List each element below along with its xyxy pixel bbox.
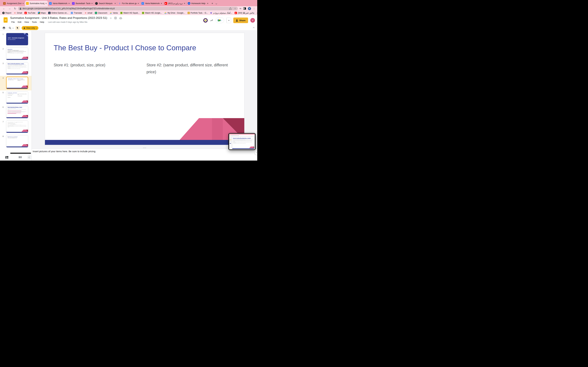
bookmark-email[interactable]: Memail: [85, 12, 92, 14]
slide-thumbnail-2[interactable]: Instructions: 1) The assignment is one o…: [6, 48, 28, 60]
sidebar-extension-icon[interactable]: [243, 7, 246, 10]
tab-google-search[interactable]: ⚲ For the above guideli ×: [117, 1, 140, 6]
google-meet-button[interactable]: [216, 17, 224, 23]
speaker-notes-text[interactable]: Insert pictures of your items here. Be s…: [33, 150, 96, 153]
close-icon[interactable]: ×: [138, 2, 139, 5]
bookmark-online-games[interactable]: ◍Online Games on...: [48, 12, 68, 14]
share-button[interactable]: Share: [233, 17, 248, 23]
filmstrip-row-5[interactable]: 5 The Best Buy - My Solution Store #1: (…: [0, 91, 32, 105]
move-to-drive-icon[interactable]: [114, 17, 117, 19]
bookmarks-overflow-chevron[interactable]: »: [257, 12, 257, 14]
filmstrip-view-icon[interactable]: [5, 156, 8, 158]
filmstrip-row-6[interactable]: 6 Task #2: Road Trip!! (Thinking - 7 mar…: [0, 105, 32, 120]
last-edit-status[interactable]: Last edit was made 9 days ago by Mike Ma: [48, 21, 87, 23]
close-icon[interactable]: ×: [161, 2, 162, 5]
store1-text[interactable]: Store #1: (product, size, price): [54, 62, 105, 68]
menu-edit[interactable]: Edit: [17, 20, 23, 24]
star-document-icon[interactable]: ☆: [110, 17, 112, 19]
collapse-filmstrip-button[interactable]: [27, 155, 32, 159]
tab-vania-doc[interactable]: ≡ Vania Malekmohamm ×: [48, 1, 71, 6]
speaker-notes-panel[interactable]: Insert pictures of your items here. Be s…: [32, 149, 257, 161]
slideshow-button[interactable]: ▶ Slideshow ▾: [226, 17, 231, 23]
tab-homework-help[interactable]: ★ Homework Help - Q& ×: [187, 1, 209, 6]
slide-title-text[interactable]: The Best Buy - Product I Chose to Compar…: [54, 44, 196, 52]
tab-summative-assignment-active[interactable]: ▢ Summative Assignme ×: [25, 1, 48, 6]
select-cursor-tool[interactable]: [15, 26, 20, 30]
current-slide[interactable]: The Best Buy - Product I Chose to Compar…: [45, 33, 244, 145]
bookmark-watch-jungle[interactable]: 8Watch HD Jungle...: [142, 12, 162, 14]
slide-thumbnail-1[interactable]: Unit 3 – Summative Assignment Ratios, Ra…: [6, 33, 28, 45]
print-icon[interactable]: [3, 27, 5, 29]
notes-resize-handle[interactable]: [143, 148, 146, 148]
bookmark-youtube[interactable]: ▶YouTube: [25, 12, 35, 14]
browser-menu-icon[interactable]: ⋮: [253, 7, 255, 10]
tab-title: Homework Help - Q&: [191, 2, 206, 5]
panel-resize-bar[interactable]: [10, 153, 31, 154]
new-tab-button[interactable]: +: [211, 2, 213, 5]
slide-number: 5: [3, 92, 4, 93]
picture-in-picture-window[interactable]: Task #1: The Best Buy (Application - 4 m…: [228, 133, 256, 150]
menu-view[interactable]: View: [23, 20, 30, 24]
zoom-dropdown-caret[interactable]: [13, 27, 13, 28]
menu-help[interactable]: Help: [39, 20, 45, 24]
bookmark-translate[interactable]: GTranslate: [71, 12, 82, 14]
profile-badge-avatar[interactable]: [203, 18, 208, 23]
mini-slide-body: 1) Choose a product that you can buy in …: [8, 64, 27, 69]
tab-vania-doc-2[interactable]: ≡ Vania Malekmohamm ×: [140, 1, 163, 6]
google-slides-logo[interactable]: [4, 17, 8, 23]
close-icon[interactable]: ×: [207, 2, 208, 5]
trending-icon[interactable]: [210, 19, 213, 22]
close-icon[interactable]: ×: [23, 2, 24, 5]
playlist-extension-icon[interactable]: ≡♪: [240, 7, 241, 10]
tab-basketball[interactable]: ▪ Basketball- Tactics a ×: [71, 1, 94, 6]
share-icon[interactable]: [229, 7, 232, 10]
tab-assignment[interactable]: ▪ Assignment (Summat ×: [2, 1, 25, 6]
slide-thumbnail-6[interactable]: Task #2: Road Trip!! (Thinking - 7 marks…: [6, 106, 28, 118]
bookmark-song[interactable]: آهنگ نمیخوام دروغ م...: [210, 12, 232, 14]
menu-file[interactable]: File: [10, 20, 16, 24]
close-icon[interactable]: ×: [69, 2, 70, 5]
tab-search-chevron-icon[interactable]: [216, 2, 217, 5]
bookmark-classroom[interactable]: ▪Classroom: [95, 12, 107, 14]
reload-button[interactable]: ↻: [13, 7, 17, 10]
browser-profile-avatar[interactable]: V: [248, 7, 251, 10]
filmstrip-row-4-selected[interactable]: 4 The Best Buy - Product I Chose to Comp…: [0, 76, 32, 91]
slideshow-options-caret[interactable]: ▾: [226, 17, 231, 23]
bookmark-portfolio-task[interactable]: ▢Portfolio Task. - G...: [188, 12, 208, 14]
close-icon[interactable]: ×: [114, 2, 116, 5]
bookmark-gmail[interactable]: MGmail: [14, 12, 22, 14]
store2-text[interactable]: Store #2: (same product, different size,…: [147, 62, 235, 75]
filmstrip-row-7[interactable]: 7 To help you plan appropriately for you…: [0, 120, 32, 134]
bookmark-challenge-video[interactable]: ▶چالش خفن😂 (344): [235, 12, 254, 14]
filmstrip-row-2[interactable]: 2 Instructions: 1) The assignment is one…: [0, 47, 32, 61]
bookmark-vania-drive[interactable]: Vania: [110, 12, 118, 14]
back-button[interactable]: ←: [2, 7, 6, 10]
bookmark-maps[interactable]: Maps: [38, 12, 46, 14]
menu-tools[interactable]: Tools: [31, 20, 38, 24]
filmstrip-row-1[interactable]: 1 Unit 3 – Summative Assignment Ratios, …: [0, 32, 32, 47]
view-only-mode-button[interactable]: ◉ View only: [22, 26, 38, 30]
zoom-icon[interactable]: [9, 27, 11, 29]
tab-search-marquis[interactable]: ◠ Search Marquis ×: [94, 1, 117, 6]
forward-button[interactable]: →: [8, 7, 11, 10]
tab-youtube-video[interactable]: ▶ (812) گریه یگانرو دراوردم ×: [164, 1, 186, 6]
grid-view-icon[interactable]: [19, 156, 22, 158]
hide-menus-chevron[interactable]: [253, 27, 254, 28]
close-icon[interactable]: ×: [45, 2, 47, 5]
slide-thumbnail-4[interactable]: The Best Buy - Product I Chose to Compar…: [6, 77, 28, 89]
slide-thumbnail-8[interactable]: Road Trip Cost - My Solution To travel t…: [6, 135, 28, 148]
slide-thumbnail-7[interactable]: To help you plan appropriately for your …: [6, 120, 28, 133]
slide-thumbnail-3[interactable]: Task #1: The Best Buy (Application - 4 m…: [6, 62, 28, 75]
filmstrip-row-3[interactable]: 3 Task #1: The Best Buy (Application - 4…: [0, 61, 32, 76]
close-icon[interactable]: ×: [184, 2, 185, 5]
bookmark-star-icon[interactable]: ☆: [234, 7, 236, 10]
account-avatar[interactable]: V: [250, 18, 255, 23]
bookmark-my-drive[interactable]: My Drive - Google...: [164, 12, 185, 14]
bookmark-watch-squid[interactable]: 8Watch HD Squid...: [120, 12, 139, 14]
address-bar[interactable]: docs.google.com/presentation/d/1qzzCd1i_…: [18, 7, 238, 10]
bookmark-report[interactable]: SReport: [2, 12, 11, 14]
close-icon[interactable]: ×: [91, 2, 93, 5]
slide-thumbnail-5[interactable]: The Best Buy - My Solution Store #1: (pr…: [6, 91, 28, 104]
filmstrip-row-8[interactable]: 8 Road Trip Cost - My Solution To travel…: [0, 134, 32, 149]
document-title[interactable]: Summative Assignment - Unit 3 Ratios, Ra…: [10, 17, 107, 20]
